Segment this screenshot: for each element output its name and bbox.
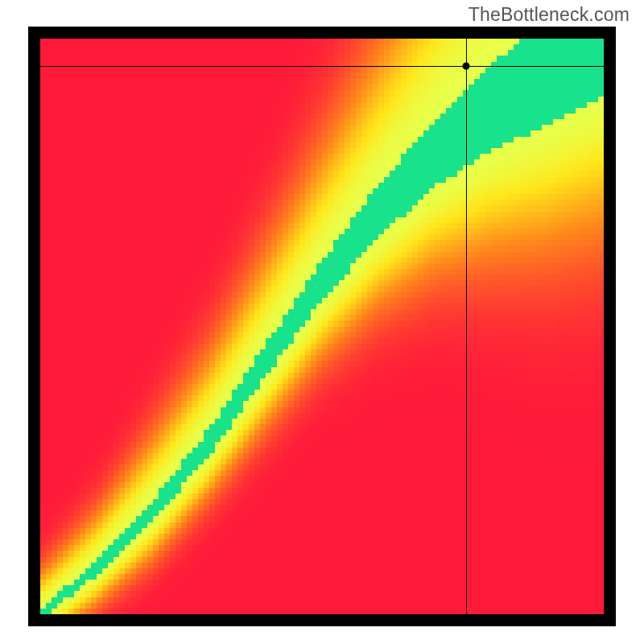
watermark-text: TheBottleneck.com xyxy=(469,4,630,26)
heatmap-canvas xyxy=(40,39,604,614)
plot-frame xyxy=(28,27,616,626)
crosshair-vertical xyxy=(466,39,467,614)
crosshair-marker xyxy=(462,63,469,70)
plot-area xyxy=(40,39,604,614)
crosshair-horizontal xyxy=(40,66,604,67)
